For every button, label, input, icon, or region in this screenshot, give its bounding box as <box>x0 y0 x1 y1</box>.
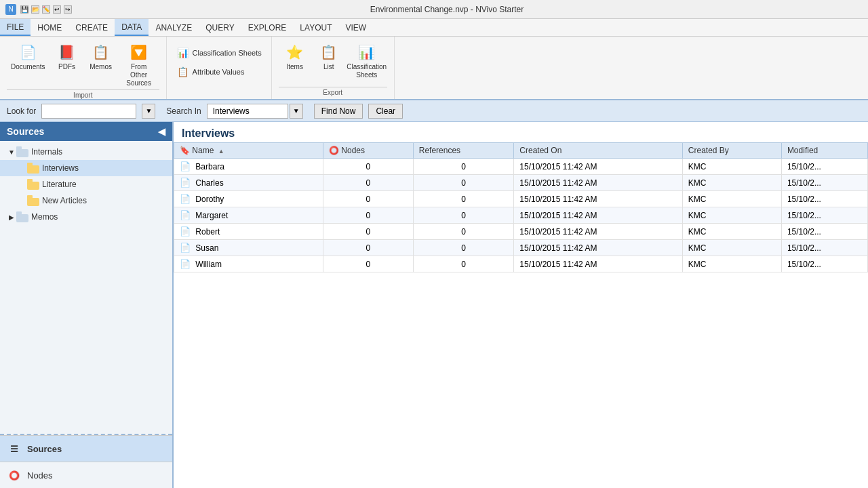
sidebar-collapse-btn[interactable]: ◀ <box>158 126 165 137</box>
sidebar: Sources ◀ ▼ Internals ▶ Interviews <box>0 122 174 488</box>
cell-nodes-dorothy: 0 <box>323 191 414 207</box>
menu-analyze[interactable]: ANALYZE <box>149 19 199 36</box>
content-area: Interviews 🔖 Name ▲ ⭕ Nodes <box>174 122 868 488</box>
cell-references-dorothy: 0 <box>413 191 514 207</box>
from-other-sources-label: From Other Sources <box>123 63 155 87</box>
cell-created-by-barbara: KMC <box>682 159 781 175</box>
import-group-title: Import <box>7 89 159 99</box>
cell-created-on-dorothy: 15/10/2015 11:42 AM <box>514 191 683 207</box>
ribbon-list-btn[interactable]: 📋 List <box>313 39 345 73</box>
new-articles-label: New Articles <box>42 196 87 205</box>
search-input[interactable] <box>41 104 136 119</box>
table-row[interactable]: 📄 Barbara 0 0 15/10/2015 11:42 AM KMC 15… <box>174 159 868 175</box>
cell-created-on-william: 15/10/2015 11:42 AM <box>514 256 683 272</box>
cell-references-susan: 0 <box>413 240 514 256</box>
table-row[interactable]: 📄 Susan 0 0 15/10/2015 11:42 AM KMC 15/1… <box>174 240 868 256</box>
cell-created-on-barbara: 15/10/2015 11:42 AM <box>514 159 683 175</box>
list-icon: 📋 <box>318 41 340 63</box>
table-row[interactable]: 📄 William 0 0 15/10/2015 11:42 AM KMC 15… <box>174 256 868 272</box>
tree-interviews[interactable]: ▶ Interviews <box>0 160 172 176</box>
col-created-on[interactable]: Created On <box>514 143 683 159</box>
list-label: List <box>323 63 334 71</box>
cell-name-william: 📄 William <box>174 256 323 272</box>
data-table: 🔖 Name ▲ ⭕ Nodes References Created O <box>174 142 868 272</box>
cell-modified-charles: 15/10/2... <box>781 175 867 191</box>
table-row[interactable]: 📄 Robert 0 0 15/10/2015 11:42 AM KMC 15/… <box>174 224 868 240</box>
tree-memos[interactable]: ▶ Memos <box>0 209 172 225</box>
ribbon-attribute-values-btn[interactable]: 📋 Attribute Values <box>174 64 248 80</box>
nodes-icon: ⭕ <box>7 468 22 483</box>
sidebar-title: Sources <box>7 126 44 137</box>
search-in-value[interactable]: Interviews <box>207 104 288 119</box>
search-in-dropdown-arrow[interactable]: ▼ <box>290 104 303 119</box>
cell-modified-william: 15/10/2... <box>781 256 867 272</box>
ribbon-classification-sheets-export-btn[interactable]: 📊 Classification Sheets <box>347 39 387 81</box>
cell-nodes-william: 0 <box>323 256 414 272</box>
search-dropdown-arrow[interactable]: ▼ <box>142 104 155 119</box>
svg-rect-3 <box>27 163 33 167</box>
interviews-label: Interviews <box>42 163 79 173</box>
menu-create[interactable]: CREATE <box>68 19 115 36</box>
sidebar-bottom: ☰ Sources ⭕ Nodes <box>0 434 172 488</box>
col-modified[interactable]: Modified <box>781 143 867 159</box>
table-header: 🔖 Name ▲ ⭕ Nodes References Created O <box>174 143 868 159</box>
search-in-container: Interviews ▼ <box>207 104 303 119</box>
ribbon-pdfs-btn[interactable]: 📕 PDFs <box>51 39 83 73</box>
ribbon-classify-group: 📊 Classification Sheets 📋 Attribute Valu… <box>167 37 272 99</box>
sources-icon: ☰ <box>7 441 22 456</box>
cell-created-on-robert: 15/10/2015 11:42 AM <box>514 224 683 240</box>
menu-file[interactable]: FILE <box>0 19 31 36</box>
app-icon: N <box>5 4 16 15</box>
redo-icon[interactable]: ↪ <box>64 5 72 14</box>
table-row[interactable]: 📄 Charles 0 0 15/10/2015 11:42 AM KMC 15… <box>174 175 868 191</box>
classification-sheets-export-label: Classification Sheets <box>347 63 387 79</box>
literature-folder-icon <box>27 178 39 190</box>
col-created-by[interactable]: Created By <box>682 143 781 159</box>
memos-label: Memos <box>90 63 112 71</box>
row-doc-icon: 📄 <box>180 178 191 188</box>
menu-home[interactable]: HOME <box>31 19 68 36</box>
edit-icon[interactable]: ✏️ <box>42 5 50 14</box>
save-icon[interactable]: 💾 <box>20 5 28 14</box>
open-icon[interactable]: 📂 <box>31 5 39 14</box>
cell-modified-dorothy: 15/10/2... <box>781 191 867 207</box>
menu-data[interactable]: DATA <box>115 19 149 36</box>
row-doc-icon: 📄 <box>180 259 191 269</box>
title-bar-actions: 💾 📂 ✏️ ↩ ↪ <box>20 5 72 14</box>
internals-label: Internals <box>31 147 62 157</box>
ribbon-classification-sheets-btn[interactable]: 📊 Classification Sheets <box>174 45 264 61</box>
pdfs-label: PDFs <box>58 63 75 71</box>
clear-button[interactable]: Clear <box>368 104 403 119</box>
col-references[interactable]: References <box>413 143 514 159</box>
internals-toggle[interactable]: ▼ <box>7 148 16 156</box>
find-now-button[interactable]: Find Now <box>314 104 363 119</box>
ribbon: 📄 Documents 📕 PDFs 📋 Memos 🔽 From Other … <box>0 37 868 100</box>
cell-modified-susan: 15/10/2... <box>781 240 867 256</box>
table-row[interactable]: 📄 Margaret 0 0 15/10/2015 11:42 AM KMC 1… <box>174 207 868 224</box>
tree-new-articles[interactable]: ▶ New Articles <box>0 192 172 209</box>
memos-icon <box>16 211 28 223</box>
memos-toggle[interactable]: ▶ <box>7 214 16 221</box>
tree-literature[interactable]: ▶ Literature <box>0 176 172 192</box>
ribbon-export-group: ⭐ Items 📋 List 📊 Classification Sheets E… <box>272 37 395 99</box>
menu-query[interactable]: QUERY <box>199 19 241 36</box>
col-name[interactable]: 🔖 Name ▲ <box>174 143 323 159</box>
tree-area: ▼ Internals ▶ Interviews ▶ <box>0 141 172 434</box>
ribbon-memos-btn[interactable]: 📋 Memos <box>85 39 117 73</box>
cell-modified-barbara: 15/10/2... <box>781 159 867 175</box>
ribbon-documents-btn[interactable]: 📄 Documents <box>7 39 50 73</box>
undo-icon[interactable]: ↩ <box>53 5 61 14</box>
ribbon-from-other-sources-btn[interactable]: 🔽 From Other Sources <box>119 39 159 89</box>
cell-references-william: 0 <box>413 256 514 272</box>
col-name-icon: 🔖 <box>180 146 190 155</box>
table-row[interactable]: 📄 Dorothy 0 0 15/10/2015 11:42 AM KMC 15… <box>174 191 868 207</box>
ribbon-items-btn[interactable]: ⭐ Items <box>279 39 311 73</box>
col-nodes[interactable]: ⭕ Nodes <box>323 143 414 159</box>
tree-internals[interactable]: ▼ Internals <box>0 144 172 160</box>
sidebar-nodes-item[interactable]: ⭕ Nodes <box>0 462 172 488</box>
menu-layout[interactable]: LAYOUT <box>293 19 338 36</box>
sidebar-sources-item[interactable]: ☰ Sources <box>0 435 172 462</box>
menu-explore[interactable]: EXPLORE <box>241 19 294 36</box>
row-name-robert: Robert <box>195 227 220 237</box>
menu-view[interactable]: VIEW <box>338 19 373 36</box>
